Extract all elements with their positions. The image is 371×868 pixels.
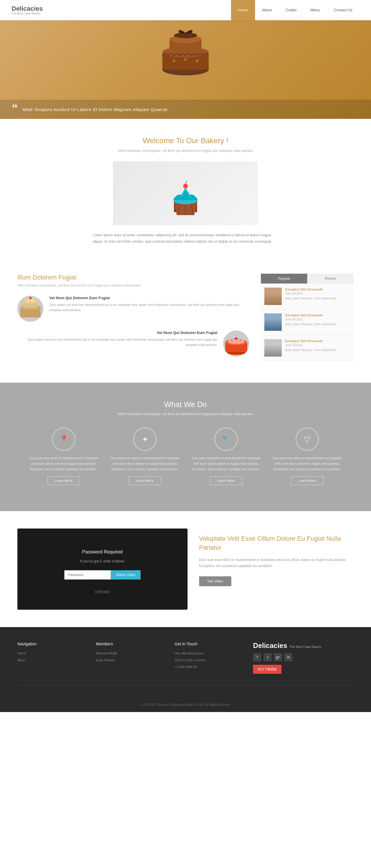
service-1-learn-more-button[interactable]: Learn More	[48, 476, 80, 485]
location-icon: 📍	[52, 428, 75, 451]
footer-nav-menu[interactable]: Menu	[18, 658, 84, 663]
sidebar-post-3-desc: Nam Libero Tempore, Cum Soluta Nobs.	[285, 348, 337, 352]
footer-contact-heading: Get In Touch	[175, 642, 242, 646]
linkedin-icon[interactable]: in	[284, 653, 292, 661]
blog-subtitle: Nihil molestiae consequatur, vel illum q…	[18, 283, 249, 287]
video-password-input[interactable]	[64, 570, 111, 580]
blog-heading: Illum Dolorem Fugiat	[18, 274, 249, 281]
service-item-1: 📍 Duis aute irure dolor in reprehenderit…	[26, 428, 101, 485]
service-item-2: ✦ Duis aute irure dolor in reprehenderit…	[107, 428, 183, 485]
welcome-body: Lorem ipsum dolor sit amet, consectetur …	[93, 232, 278, 245]
sidebar-post-1-image	[264, 288, 282, 305]
svg-point-21	[29, 297, 32, 299]
sidebar-post-2-desc: Nam Libero Tempore, Cum Soluta Nobs.	[285, 322, 337, 327]
welcome-image	[113, 161, 258, 225]
video-right-heading: Voluptate Velit Esse Cillum Dolore Eu Fu…	[199, 534, 353, 552]
footer: Navigation Home Menu Members Recusuri Mo…	[0, 627, 371, 712]
service-3-learn-more-button[interactable]: Learn More	[210, 476, 242, 485]
nav-home[interactable]: Home	[231, 0, 255, 20]
footer-members-col: Members Recusuri Mollit Nulla Pariatur	[96, 642, 163, 674]
footer-brand-col: Delicacies The Best Cake Bakery f t g+ i…	[253, 642, 353, 674]
sidebar-tab-popular[interactable]: Popular	[261, 274, 307, 283]
vimeo-logo: vimeo	[95, 589, 110, 595]
blog-item-2-body: Quis autem vel eum iure reprehenderit qu…	[18, 337, 217, 347]
see-video-button[interactable]: See Video	[199, 576, 231, 586]
compass-icon: ✦	[133, 428, 156, 451]
video-right: Voluptate Velit Esse Cillum Dolore Eu Fu…	[199, 528, 353, 586]
sidebar-tab-recent[interactable]: Recent	[307, 274, 353, 283]
footer-social: f t g+ in	[253, 653, 353, 661]
nav-brand: Delicacies The Best Cake Bakery	[11, 5, 231, 15]
video-left: Password Required If you've got it, ente…	[18, 528, 188, 610]
sidebar-post-2-image	[264, 313, 282, 331]
sidebar-post-3-image	[264, 339, 282, 356]
footer-copyright: © 2015 URL Structure | Rigorously Made i…	[18, 703, 353, 706]
svg-line-15	[185, 181, 187, 184]
service-item-3: 🔧 Duis aute irure dolor in reprehenderit…	[188, 428, 264, 485]
sidebar-post-3-content: Excepturi Sint Occaecati June 30,2015 Na…	[285, 339, 337, 352]
welcome-section: Welcome To Our Bakery ! Nihil molestiae …	[0, 119, 371, 256]
what-we-do-section: What We Do Nihil molestiae consequatur, …	[0, 383, 371, 511]
blog-sidebar: Popular Recent Excepturi Sint Occaecati …	[261, 274, 353, 361]
wrench-icon: 🔧	[215, 428, 238, 451]
footer-brand-tagline: The Best Cake Bakery	[289, 645, 321, 649]
welcome-subtitle: Nihil molestiae consequatur, vel illum q…	[11, 149, 360, 153]
what-we-do-heading: What We Do	[11, 400, 360, 409]
footer-nav-home[interactable]: Home	[18, 651, 84, 656]
sidebar-post-2: Excepturi Sint Occaecati June 30,2015 Na…	[261, 309, 353, 335]
blog-item-2: Vel Illum Qui Dolorem Eum Fugiat Quis au…	[18, 331, 249, 356]
blog-item-2-text: Vel Illum Qui Dolorem Eum Fugiat Quis au…	[18, 331, 217, 347]
sidebar-post-2-content: Excepturi Sint Occaecati June 30,2015 Na…	[285, 313, 337, 327]
google-plus-icon[interactable]: g+	[274, 653, 282, 661]
footer-brand-name-text: Delicacies	[253, 642, 287, 650]
watch-video-button[interactable]: Watch Video	[111, 570, 141, 580]
cake-2-illustration	[223, 331, 249, 356]
navbar: Delicacies The Best Cake Bakery Home Abo…	[0, 0, 371, 20]
sidebar-post-1: Excepturi Sint Occaecati June 30,2015 Na…	[261, 283, 353, 309]
filter-icon: ▽	[296, 428, 319, 451]
blog-section: Illum Dolorem Fugiat Nihil molestiae con…	[0, 256, 371, 383]
video-box-title: Password Required	[82, 549, 123, 555]
service-2-body: Duis aute irure dolor in reprehenderit i…	[107, 456, 183, 472]
blog-item-1-title: Vel Illum Qui Dolorem Eum Fugiat	[49, 296, 249, 300]
svg-point-6	[173, 59, 175, 62]
twitter-icon[interactable]: t	[264, 653, 272, 661]
svg-point-7	[184, 58, 187, 61]
footer-member-1[interactable]: Recusuri Mollit	[96, 651, 163, 656]
service-1-body: Duis aute irure dolor in reprehenderit i…	[26, 456, 101, 472]
svg-point-14	[183, 184, 188, 188]
footer-nav-col: Navigation Home Menu	[18, 642, 84, 674]
blog-item-2-image	[223, 331, 249, 356]
service-4-learn-more-button[interactable]: Learn More	[291, 476, 323, 485]
what-we-do-subtitle: Nihil molestiae consequatur, vel illum q…	[11, 412, 360, 416]
nav-contact[interactable]: Contact Us	[327, 0, 360, 20]
footer-member-2[interactable]: Nulla Pariatur	[96, 658, 163, 663]
nav-codes[interactable]: Codes	[279, 0, 304, 20]
quote-mark-icon: ❝	[11, 102, 18, 114]
footer-members-heading: Members	[96, 642, 163, 646]
sidebar-post-1-title[interactable]: Excepturi Sint Occaecati	[285, 288, 337, 291]
footer-contact-address: Oke ulla street pune,	[175, 651, 242, 656]
blog-item-2-title: Vel Illum Qui Dolorem Eum Fugiat	[18, 331, 217, 335]
download-template-button[interactable]: 前往下载模板	[253, 665, 281, 674]
nav-about[interactable]: About	[255, 0, 279, 20]
brand-name: Delicacies	[11, 5, 231, 12]
sidebar-post-1-desc: Nam Libero Tempore, Cum Soluta Nobs.	[285, 296, 337, 301]
footer-contact-phone: +1 400 0000 00	[175, 664, 242, 670]
services-grid: 📍 Duis aute irure dolor in reprehenderit…	[11, 428, 360, 485]
footer-bottom: © 2015 URL Structure | Rigorously Made i…	[18, 697, 353, 706]
nav-menu[interactable]: Menu	[304, 0, 327, 20]
sidebar-post-3-title[interactable]: Excepturi Sint Occaecati	[285, 339, 337, 343]
sidebar-post-3-date: June 30,2015	[285, 344, 337, 347]
hero-quote-text: Modi Tempora Incidunt Ut Labore Et Dolor…	[23, 107, 167, 112]
blog-left: Illum Dolorem Fugiat Nihil molestiae con…	[18, 274, 249, 365]
facebook-icon[interactable]: f	[253, 653, 261, 661]
sidebar-tabs: Popular Recent	[261, 274, 353, 283]
sidebar-post-2-title[interactable]: Excepturi Sint Occaecati	[285, 313, 337, 317]
hero-quote-bar: ❝ Modi Tempora Incidunt Ut Labore Et Dol…	[0, 100, 371, 119]
cake-1-illustration	[18, 296, 43, 322]
svg-point-28	[228, 339, 244, 344]
sidebar-post-1-content: Excepturi Sint Occaecati June 30,2015 Na…	[285, 288, 337, 301]
brand-tagline: The Best Cake Bakery	[11, 12, 231, 15]
service-2-learn-more-button[interactable]: Learn More	[129, 476, 161, 485]
